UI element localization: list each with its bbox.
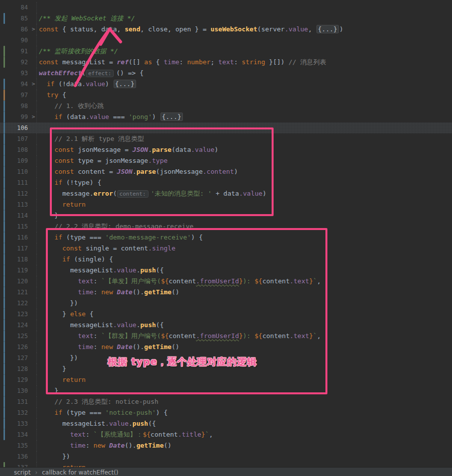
code-text[interactable]: messageList.value.push({: [39, 418, 452, 429]
code-text[interactable]: time: new Date().getTime(): [39, 440, 452, 451]
code-text[interactable]: if (single) {: [39, 254, 452, 265]
token: .value: [191, 146, 214, 153]
code-text[interactable]: const { status, data, send, close, open …: [39, 24, 452, 35]
token: message: [62, 190, 90, 197]
code-text[interactable]: const messageList = ref([] as { time: nu…: [39, 57, 452, 68]
token: if: [47, 80, 55, 88]
code-text[interactable]: watchEffect(effect:() => {: [39, 68, 452, 79]
code-line: 109 const type = jsonMessage.type: [0, 155, 452, 166]
code-text[interactable]: messageList.value.push({: [39, 320, 452, 331]
gutter: 116: [0, 232, 37, 243]
gutter: 97: [0, 90, 37, 101]
code-text[interactable]: [39, 2, 452, 13]
token: (: [62, 409, 70, 416]
line-number: 129: [0, 374, 28, 385]
token: }): [39, 453, 70, 460]
token: messageList: [62, 420, 105, 427]
code-line: 132 if (type === 'notice-push') {: [0, 407, 452, 418]
token: if: [54, 113, 62, 120]
code-text[interactable]: [39, 122, 452, 133]
folded-region[interactable]: {...}: [160, 113, 183, 121]
code-line: 130 }: [0, 385, 452, 396]
token: (: [70, 255, 78, 263]
breadcrumb-item-callback[interactable]: callback for watchEffect(): [42, 469, 118, 476]
token: ${: [255, 332, 263, 340]
code-text[interactable]: }: [39, 385, 452, 396]
code-text[interactable]: if (!type) {: [39, 177, 452, 188]
code-line: 91/** 监听接收到的数据 */: [0, 46, 452, 57]
token: [39, 190, 62, 197]
code-text[interactable]: // 2.2 消息类型: demo-message-receive: [39, 221, 452, 232]
line-number: 116: [0, 232, 28, 243]
code-text[interactable]: /** 监听接收到的数据 */: [39, 46, 452, 57]
line-number: 131: [0, 396, 28, 407]
code-text[interactable]: // 2.3 消息类型: notice-push: [39, 396, 452, 407]
token: new: [101, 343, 117, 351]
code-text[interactable]: const type = jsonMessage.type: [39, 155, 452, 166]
code-text[interactable]: const content = JSON.parse(jsonMessage.c…: [39, 166, 452, 177]
code-text[interactable]: text: `【群发】用户编号(${content.fromUserId}): …: [39, 331, 452, 342]
fold-arrow-icon[interactable]: >: [30, 112, 37, 122]
code-text[interactable]: if (data.value === 'pong') {...}: [39, 112, 452, 122]
token: .value: [82, 80, 105, 88]
fold-arrow-icon[interactable]: >: [30, 24, 37, 35]
line-number: 119: [0, 265, 28, 276]
code-text[interactable]: try {: [39, 90, 452, 101]
fold-arrow-icon[interactable]: >: [30, 79, 37, 90]
line-number: 114: [0, 210, 28, 221]
code-text[interactable]: [39, 35, 452, 46]
token: string: [242, 58, 265, 66]
code-text[interactable]: /** 发起 WebSocket 连接 */: [39, 13, 452, 24]
code-text[interactable]: const jsonMessage = JSON.parse(data.valu…: [39, 144, 452, 155]
code-line: 111 if (!type) {: [0, 177, 452, 188]
token: messageList: [62, 58, 105, 66]
token: data: [66, 80, 82, 88]
folded-region[interactable]: {...}: [114, 80, 136, 88]
code-text[interactable]: text: `【系统通知】：${content.title}`,: [39, 429, 452, 440]
gutter: 109: [0, 155, 37, 166]
line-number: 135: [0, 440, 28, 451]
line-number: 133: [0, 418, 28, 429]
token: jsonMessage: [78, 146, 121, 153]
code-text[interactable]: messageList.value.push({: [39, 265, 452, 276]
code-text[interactable]: // 2.1 解析 type 消息类型: [39, 133, 452, 144]
code-text[interactable]: }): [39, 451, 452, 462]
code-text[interactable]: }: [39, 363, 452, 374]
code-text[interactable]: if (!data.value) {...}: [39, 79, 452, 90]
code-line: 108 const jsonMessage = JSON.parse(data.…: [0, 144, 452, 155]
line-number: 125: [0, 331, 28, 342]
line-number: 92: [0, 57, 28, 68]
breadcrumb-item-script[interactable]: script: [14, 469, 30, 476]
code-text[interactable]: } else {: [39, 309, 452, 320]
breadcrumb: script›callback for watchEffect(): [0, 467, 452, 476]
code-text[interactable]: if (type === 'demo-message-receive') {: [39, 232, 452, 243]
token: .single: [148, 244, 175, 252]
code-text[interactable]: }): [39, 298, 452, 309]
token: [39, 80, 47, 88]
token: jsonMessage: [160, 168, 203, 175]
token: }: [309, 277, 313, 285]
token: (: [113, 190, 117, 197]
code-text[interactable]: // 1. 收到心跳: [39, 101, 452, 112]
code-text[interactable]: if (type === 'notice-push') {: [39, 407, 452, 418]
token: .: [148, 146, 152, 153]
code-text[interactable]: }): [39, 353, 452, 363]
gutter: 90: [0, 35, 37, 46]
code-text[interactable]: text: `【单发】用户编号(${content.fromUserId}): …: [39, 276, 452, 287]
code-text[interactable]: const single = content.single: [39, 243, 452, 254]
token: // 2.2 消息类型: demo-message-receive: [54, 223, 193, 230]
token: :: [86, 442, 94, 449]
code-text[interactable]: }: [39, 210, 452, 221]
code-text[interactable]: time: new Date().getTime(): [39, 287, 452, 298]
code-text[interactable]: return: [39, 199, 452, 210]
folded-region[interactable]: {...}: [316, 25, 339, 33]
code-text[interactable]: time: new Date().getTime(): [39, 342, 452, 353]
token: if: [54, 234, 62, 241]
code-text[interactable]: return: [39, 374, 452, 385]
code-text[interactable]: message.error(content:'未知的消息类型: ' + data…: [39, 188, 452, 199]
code-line: 94> if (!data.value) {...}: [0, 79, 452, 90]
code-line: 119 messageList.value.push({: [0, 265, 452, 276]
token: ${: [255, 277, 263, 285]
line-number: 98: [0, 101, 28, 112]
token: [39, 376, 62, 383]
